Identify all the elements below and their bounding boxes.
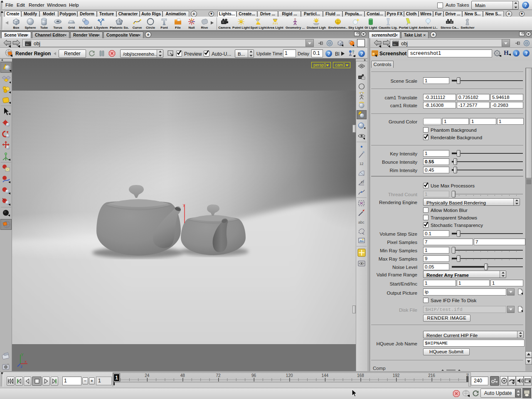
svg-text:192: 192	[393, 373, 400, 378]
svg-text:x: x	[25, 360, 27, 364]
svg-text:120: 120	[286, 373, 293, 378]
svg-text:y: y	[183, 203, 185, 207]
svg-text:M+: M+	[393, 43, 396, 46]
svg-text:168: 168	[357, 373, 364, 378]
svg-text:M+: M+	[26, 43, 29, 46]
svg-text:216: 216	[428, 373, 435, 378]
svg-text:12: 12	[361, 181, 364, 184]
svg-text:96: 96	[251, 373, 256, 378]
svg-text:72: 72	[216, 373, 221, 378]
svg-text:y: y	[21, 352, 24, 357]
svg-text:z: z	[20, 365, 22, 369]
svg-text:abc: abc	[358, 220, 365, 224]
svg-text:24: 24	[145, 373, 150, 378]
svg-text:144: 144	[321, 373, 328, 378]
svg-text:48: 48	[180, 373, 185, 378]
